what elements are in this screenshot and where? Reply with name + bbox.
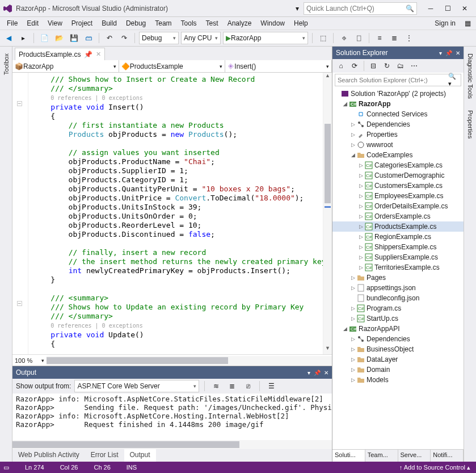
gutter[interactable]: − −	[12, 73, 28, 354]
add-source-control[interactable]: ↑ Add to Source Control ▴	[399, 464, 470, 471]
toolbar-btn-3[interactable]: ⎕	[352, 32, 365, 44]
tab-web-publish[interactable]: Web Publish Activity	[12, 449, 85, 462]
minimize-button[interactable]: ─	[423, 2, 439, 15]
tree-node[interactable]: ▷Domain	[332, 365, 464, 375]
menu-analyze[interactable]: Analyze	[223, 18, 256, 28]
tree-node[interactable]: ▷C#ProductsExample.cs	[332, 221, 464, 232]
tree-node[interactable]: ▷Dependencies	[332, 334, 464, 344]
tree-node[interactable]: ▷C#ShippersExample.cs	[332, 242, 464, 252]
startup-dropdown[interactable]: ▶ RazorApp▾	[223, 32, 308, 44]
solexp-refresh-icon[interactable]: ↻	[381, 60, 393, 72]
nav-back-icon[interactable]: ◀	[2, 32, 15, 44]
menu-view[interactable]: View	[43, 18, 67, 28]
panel-pin-icon[interactable]: 📌	[314, 370, 321, 376]
account-icon[interactable]: ▦	[461, 17, 474, 30]
solexp-dropdown-icon[interactable]: ▾	[439, 50, 442, 56]
solexp-title[interactable]: Solution Explorer ▾ 📌 ✕	[332, 47, 464, 59]
nav-fwd-icon[interactable]: ▸	[17, 32, 30, 44]
tree-node[interactable]: ▷Properties	[332, 129, 464, 140]
tree-node[interactable]: ▷C#OrdersExample.cs	[332, 211, 464, 221]
quick-launch-input[interactable]	[306, 5, 406, 12]
redo-icon[interactable]: ↷	[118, 32, 130, 44]
tree-node[interactable]: ▷C#Program.cs	[332, 303, 464, 313]
tree-node[interactable]: ▷Dependencies	[332, 119, 464, 129]
solexp-more-icon[interactable]: ⋯	[408, 60, 420, 72]
tree-node[interactable]: Connected Services	[332, 109, 464, 119]
menu-debug[interactable]: Debug	[121, 18, 150, 28]
toolbar-btn-1[interactable]: ⬚	[317, 32, 329, 44]
output-hscroll[interactable]	[12, 440, 332, 449]
menu-tools[interactable]: Tools	[176, 18, 201, 28]
close-tab-icon[interactable]: ✕	[96, 51, 101, 58]
menu-file[interactable]: File	[2, 18, 22, 28]
sign-in-link[interactable]: Sign in	[430, 18, 461, 28]
panel-dropdown-icon[interactable]: ▾	[307, 370, 310, 376]
nav-project-dropdown[interactable]: 📦 RazorApp▾	[12, 60, 119, 72]
tree-node[interactable]: ▷C#CustomerDemographic	[332, 170, 464, 181]
close-button[interactable]: ✕	[457, 2, 473, 15]
zoom-dropdown[interactable]: 100 %▾	[12, 357, 47, 364]
toolbar-btn-6[interactable]: ⋮	[403, 32, 415, 44]
tree-node[interactable]: ▷DataLayer	[332, 354, 464, 365]
menu-build[interactable]: Build	[97, 18, 121, 28]
save-all-icon[interactable]: 🗃	[82, 32, 95, 44]
solexp-showall-icon[interactable]: 🗂	[394, 60, 407, 72]
output-source-dropdown[interactable]: ASP.NET Core Web Server▾	[74, 380, 199, 392]
solexp-home-icon[interactable]: ⌂	[335, 60, 347, 72]
diagnostic-tools-tab[interactable]: Diagnostic Tools	[466, 50, 475, 102]
new-project-icon[interactable]: 📄	[38, 32, 50, 44]
tree-node[interactable]: ▷Pages	[332, 273, 464, 283]
tree-node[interactable]: ▷wwwroot	[332, 140, 464, 150]
code-editor[interactable]: − − /// Shows how to Insert or Create a …	[12, 73, 332, 354]
open-file-icon[interactable]: 📂	[53, 32, 65, 44]
output-btn-1[interactable]: ≋	[210, 380, 222, 392]
tree-node[interactable]: ▷BusinessObject	[332, 344, 464, 354]
properties-tab[interactable]: Properties	[466, 107, 475, 142]
quick-launch[interactable]: 🔍	[304, 2, 417, 15]
nav-member-dropdown[interactable]: 🞛 Insert()▾	[225, 60, 332, 72]
output-body[interactable]: RazorApp> info: Microsoft.AspNetCore.Sta…	[12, 394, 332, 440]
toolbar-btn-4[interactable]: ≡	[373, 32, 386, 44]
solution-tree[interactable]: Solution 'RazorApp' (2 projects)◢C#Razor…	[332, 87, 464, 449]
maximize-button[interactable]: ☐	[440, 2, 456, 15]
solexp-search-input[interactable]	[338, 77, 448, 83]
nav-class-dropdown[interactable]: 🔶 ProductsExample▾	[119, 60, 226, 72]
rtab-server[interactable]: Serve...	[398, 450, 431, 462]
horizontal-scrollbar[interactable]	[47, 356, 332, 365]
menu-help[interactable]: Help	[289, 18, 313, 28]
tree-node[interactable]: bundleconfig.json	[332, 293, 464, 303]
solexp-search[interactable]: 🔍▾	[335, 74, 461, 86]
vertical-scrollbar[interactable]: ▲ ▼	[323, 73, 332, 354]
tab-output[interactable]: Output	[124, 449, 156, 462]
output-title[interactable]: Output ▾ 📌 ✕	[12, 366, 332, 379]
menu-test[interactable]: Test	[201, 18, 223, 28]
tree-node[interactable]: ▷C#SuppliersExample.cs	[332, 252, 464, 262]
rtab-notif[interactable]: Notifi...	[431, 450, 464, 462]
tree-node[interactable]: ▷C#EmployeesExample.cs	[332, 191, 464, 201]
notification-icon[interactable]: ▾	[291, 2, 304, 15]
tree-node[interactable]: ◢C#RazorAppAPI	[332, 324, 464, 334]
toolbar-btn-5[interactable]: ≣	[388, 32, 401, 44]
menu-edit[interactable]: Edit	[22, 18, 43, 28]
panel-close-icon[interactable]: ✕	[324, 370, 328, 376]
platform-dropdown[interactable]: Any CPU▾	[181, 32, 221, 44]
output-btn-3[interactable]: ⎚	[242, 380, 254, 392]
solexp-pin-icon[interactable]: 📌	[445, 50, 452, 56]
toolbox-tab[interactable]: Toolbox	[2, 50, 11, 78]
tree-node[interactable]: ▷C#CustomersExample.cs	[332, 181, 464, 191]
tree-node[interactable]: ▷C#RegionExample.cs	[332, 232, 464, 242]
tree-node[interactable]: Solution 'RazorApp' (2 projects)	[332, 89, 464, 99]
tab-error-list[interactable]: Error List	[85, 449, 124, 462]
undo-icon[interactable]: ↶	[103, 32, 116, 44]
toolbar-btn-2[interactable]: ⎆	[338, 32, 350, 44]
solexp-close-icon[interactable]: ✕	[456, 50, 460, 56]
menu-project[interactable]: Project	[67, 18, 97, 28]
tree-node[interactable]: ▷C#CategoriesExample.cs	[332, 160, 464, 170]
tree-node[interactable]: ▷C#OrderDetailsExample.cs	[332, 201, 464, 211]
tree-node[interactable]: ▷C#StartUp.cs	[332, 313, 464, 324]
pin-icon[interactable]: 📌	[84, 51, 92, 58]
file-tab-products-example[interactable]: ProductsExample.cs 📌 ✕	[15, 48, 105, 60]
output-btn-2[interactable]: ≣	[226, 380, 238, 392]
save-icon[interactable]: 💾	[68, 32, 80, 44]
solexp-collapse-icon[interactable]: ⊟	[367, 60, 380, 72]
